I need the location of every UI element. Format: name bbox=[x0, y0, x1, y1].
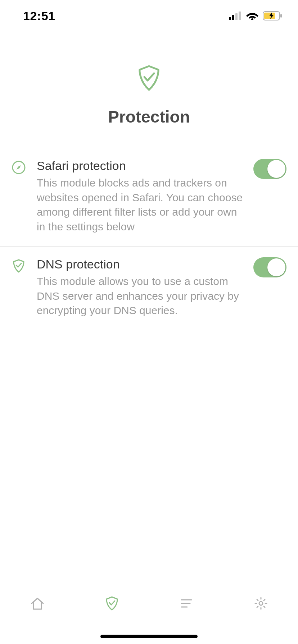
toggle-knob bbox=[267, 258, 285, 276]
house-icon bbox=[30, 595, 45, 611]
tab-activity[interactable] bbox=[177, 594, 196, 613]
page-title: Protection bbox=[108, 107, 190, 126]
list-lines-icon bbox=[179, 595, 194, 611]
safari-protection-row[interactable]: Safari protection This module blocks ads… bbox=[0, 148, 298, 247]
status-time: 12:51 bbox=[14, 9, 55, 23]
compass-icon bbox=[12, 160, 26, 175]
svg-rect-1 bbox=[232, 15, 234, 20]
cellular-signal-icon bbox=[229, 12, 242, 20]
svg-rect-3 bbox=[239, 12, 241, 20]
safari-protection-title: Safari protection bbox=[37, 159, 246, 173]
svg-rect-0 bbox=[229, 17, 231, 20]
safari-protection-description: This module blocks ads and trackers on w… bbox=[37, 176, 246, 234]
status-bar: 12:51 bbox=[0, 0, 298, 32]
dns-protection-description: This module allows you to use a custom D… bbox=[37, 274, 246, 318]
svg-rect-7 bbox=[280, 14, 282, 18]
page-header: Protection bbox=[0, 32, 298, 148]
protection-list: Safari protection This module blocks ads… bbox=[0, 148, 298, 330]
svg-point-12 bbox=[259, 602, 263, 605]
tab-settings[interactable] bbox=[252, 594, 270, 613]
dns-protection-title: DNS protection bbox=[37, 257, 246, 271]
shield-check-tab-icon bbox=[104, 595, 120, 611]
safari-protection-text: Safari protection This module blocks ads… bbox=[37, 159, 253, 234]
svg-rect-2 bbox=[235, 13, 238, 20]
shield-check-small-icon bbox=[12, 259, 26, 273]
toggle-knob bbox=[267, 160, 285, 178]
gear-icon bbox=[253, 595, 269, 611]
svg-point-4 bbox=[251, 18, 253, 20]
shield-check-icon bbox=[135, 64, 163, 93]
tab-protection[interactable] bbox=[103, 594, 121, 613]
safari-protection-toggle[interactable] bbox=[253, 159, 286, 179]
dns-protection-toggle[interactable] bbox=[253, 257, 286, 277]
status-icons bbox=[229, 11, 284, 20]
battery-charging-icon bbox=[263, 11, 282, 20]
tab-home[interactable] bbox=[28, 594, 47, 613]
dns-protection-row[interactable]: DNS protection This module allows you to… bbox=[0, 247, 298, 330]
dns-protection-text: DNS protection This module allows you to… bbox=[37, 257, 253, 318]
home-indicator[interactable] bbox=[100, 635, 198, 638]
wifi-icon bbox=[246, 12, 258, 20]
